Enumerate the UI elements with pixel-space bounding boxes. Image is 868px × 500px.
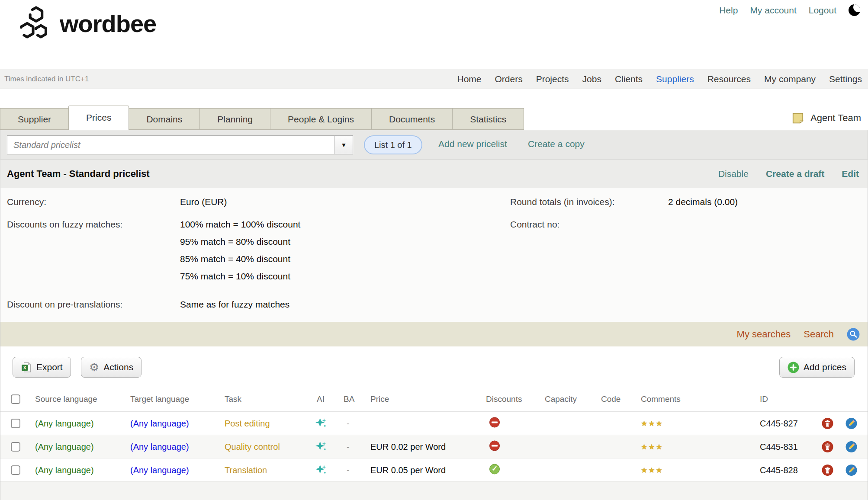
help-link[interactable]: Help	[719, 5, 738, 16]
table-row: (Any language) (Any language) Quality co…	[0, 435, 868, 458]
add-prices-button[interactable]: Add prices	[779, 357, 855, 378]
col-task[interactable]: Task	[225, 394, 241, 404]
nav-resources[interactable]: Resources	[707, 74, 751, 84]
round-totals-value: 2 decimals (0.00)	[668, 197, 738, 207]
pricelist-details: Currency: Euro (EUR) Round totals (in in…	[0, 188, 868, 322]
table-header-row: Source language Target language Task AI …	[0, 387, 868, 412]
target-language: (Any language)	[130, 442, 189, 452]
fuzzy-discount-line: 85% match = 40% discount	[180, 254, 290, 264]
actions-button[interactable]: ⚙ Actions	[81, 357, 141, 378]
my-account-link[interactable]: My account	[750, 5, 796, 16]
team-badge: Agent Team	[791, 112, 861, 125]
actions-button-label: Actions	[103, 362, 133, 372]
delete-trash-icon[interactable]	[822, 441, 833, 452]
tab-domains[interactable]: Domains	[129, 108, 200, 130]
note-icon	[791, 112, 804, 125]
currency-value: Euro (EUR)	[180, 197, 227, 207]
discount-status-icon	[489, 440, 500, 453]
round-totals-label: Round totals (in invoices):	[510, 197, 615, 207]
col-comments[interactable]: Comments	[641, 394, 681, 404]
edit-pencil-icon[interactable]	[845, 441, 857, 452]
nav-home[interactable]: Home	[457, 74, 481, 84]
excel-export-icon: X	[21, 362, 32, 373]
col-ai[interactable]: AI	[317, 394, 325, 404]
source-language: (Any language)	[35, 418, 94, 428]
account-links: Help My account Logout	[719, 4, 860, 16]
toolbar: X Export ⚙ Actions Add prices	[0, 346, 868, 387]
search-icon[interactable]	[847, 328, 860, 341]
source-language: (Any language)	[35, 465, 94, 475]
nav-my-company[interactable]: My company	[764, 74, 816, 84]
logo-wordmark: wordbee	[60, 10, 156, 38]
col-capacity[interactable]: Capacity	[545, 394, 577, 404]
discount-status-icon	[489, 464, 500, 476]
tab-planning[interactable]: Planning	[199, 108, 270, 130]
col-ba[interactable]: BA	[344, 394, 354, 404]
pricelist-actions: Disable Create a draft Edit	[718, 169, 859, 179]
edit-pencil-icon[interactable]	[845, 464, 857, 476]
col-price[interactable]: Price	[370, 394, 389, 404]
fuzzy-discounts-label: Discounts on fuzzy matches:	[7, 219, 122, 230]
create-draft-link[interactable]: Create a draft	[766, 169, 824, 179]
col-code[interactable]: Code	[601, 394, 620, 404]
plus-icon	[788, 362, 799, 373]
nav-settings[interactable]: Settings	[829, 74, 862, 84]
tab-people-logins[interactable]: People & Logins	[270, 108, 372, 130]
team-name: Agent Team	[810, 112, 861, 124]
delete-trash-icon[interactable]	[822, 464, 833, 476]
delete-trash-icon[interactable]	[822, 417, 833, 429]
tab-prices[interactable]: Prices	[68, 106, 129, 130]
fuzzy-discount-line: 75% match = 10% discount	[180, 271, 290, 282]
nav-projects[interactable]: Projects	[536, 74, 569, 84]
edit-link[interactable]: Edit	[842, 169, 859, 179]
search-strip: My searches Search	[0, 322, 868, 346]
logout-link[interactable]: Logout	[809, 5, 836, 16]
dark-mode-moon-icon[interactable]	[849, 4, 860, 16]
row-checkbox[interactable]	[11, 465, 20, 475]
create-copy-link[interactable]: Create a copy	[528, 139, 585, 149]
ba-value: -	[347, 442, 350, 452]
row-checkbox[interactable]	[11, 419, 20, 428]
task-label: Translation	[225, 465, 267, 475]
pretranslation-discount-value: Same as for fuzzy matches	[180, 299, 289, 310]
ba-value: -	[347, 465, 350, 475]
price-value: EUR 0.05 per Word	[370, 465, 446, 475]
tab-statistics[interactable]: Statistics	[452, 108, 524, 130]
search-link[interactable]: Search	[804, 329, 834, 340]
tab-strip: Supplier Prices Domains Planning People …	[0, 108, 868, 130]
add-new-pricelist-link[interactable]: Add new pricelist	[438, 139, 507, 149]
row-checkbox[interactable]	[11, 442, 20, 452]
chevron-down-icon[interactable]: ▼	[334, 136, 353, 154]
nav-jobs[interactable]: Jobs	[582, 74, 601, 84]
select-all-checkbox[interactable]	[11, 394, 20, 404]
my-searches-link[interactable]: My searches	[737, 329, 791, 340]
utility-bar: Times indicated in UTC+1 Home Orders Pro…	[0, 69, 868, 89]
export-button[interactable]: X Export	[13, 357, 71, 378]
col-discounts[interactable]: Discounts	[486, 394, 522, 404]
nav-orders[interactable]: Orders	[495, 74, 523, 84]
pricelist-title: Agent Team - Standard pricelist	[7, 168, 150, 179]
pricelist-select[interactable]: Standard pricelist ▼	[7, 135, 353, 154]
pricelist-selector-bar: Standard pricelist ▼ List 1 of 1 Add new…	[0, 130, 868, 159]
top-header: wordbee Help My account Logout	[0, 0, 868, 69]
nav-clients[interactable]: Clients	[615, 74, 643, 84]
prices-table: Source language Target language Task AI …	[0, 387, 868, 500]
currency-label: Currency:	[7, 197, 46, 207]
gear-icon: ⚙	[89, 362, 99, 373]
col-source-language[interactable]: Source language	[35, 394, 97, 404]
tab-documents[interactable]: Documents	[371, 108, 453, 130]
main-nav: Home Orders Projects Jobs Clients Suppli…	[457, 74, 862, 84]
price-value: EUR 0.02 per Word	[370, 442, 446, 452]
disable-link[interactable]: Disable	[718, 169, 749, 179]
col-id[interactable]: ID	[760, 394, 768, 404]
tab-supplier[interactable]: Supplier	[0, 108, 69, 130]
nav-suppliers[interactable]: Suppliers	[656, 74, 694, 84]
comments-stars: ★★★	[641, 442, 663, 451]
target-language: (Any language)	[130, 465, 189, 475]
row-id: C445-827	[760, 418, 798, 428]
svg-text:X: X	[23, 365, 27, 370]
task-label: Post editing	[225, 418, 270, 428]
edit-pencil-icon[interactable]	[845, 417, 857, 429]
table-row: (Any language) (Any language) Post editi…	[0, 412, 868, 435]
col-target-language[interactable]: Target language	[130, 394, 189, 404]
